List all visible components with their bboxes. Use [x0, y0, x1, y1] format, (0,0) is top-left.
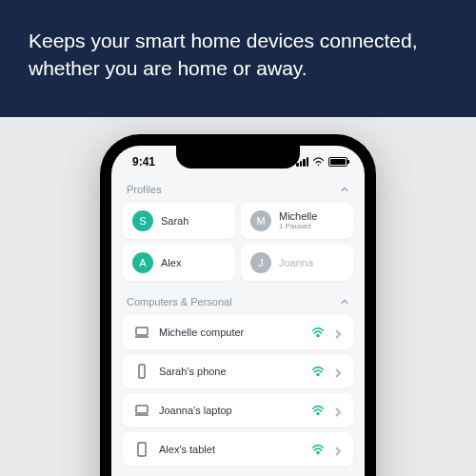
device-row[interactable]: Joanna's laptop — [123, 393, 353, 427]
wifi-icon — [311, 365, 325, 378]
computers-section-header[interactable]: Computers & Personal — [123, 290, 353, 315]
device-list: Michelle computer Sarah's phone — [123, 315, 353, 466]
profiles-section-header[interactable]: Profiles — [123, 178, 353, 203]
avatar: A — [132, 252, 153, 273]
profile-name: Joanna — [279, 257, 313, 268]
avatar: J — [250, 252, 271, 273]
app-content: Profiles S Sarah M Mic — [111, 172, 365, 476]
svg-rect-3 — [139, 365, 145, 378]
status-icons — [296, 157, 347, 167]
phone-frame: 9:41 Profiles — [100, 134, 376, 476]
svg-point-6 — [317, 412, 319, 414]
svg-point-2 — [317, 334, 319, 336]
device-name: Michelle computer — [159, 327, 302, 338]
wifi-icon — [311, 326, 325, 339]
computers-title: Computers & Personal — [127, 296, 232, 307]
svg-point-8 — [317, 451, 319, 453]
status-time: 9:41 — [132, 155, 155, 169]
battery-icon — [328, 157, 347, 167]
profile-card-michelle[interactable]: M Michelle 1 Paused — [241, 203, 353, 239]
profile-name: Michelle — [279, 210, 317, 222]
avatar: M — [250, 210, 271, 231]
chevron-up-icon — [340, 297, 349, 307]
svg-point-4 — [317, 373, 319, 375]
device-row[interactable]: Michelle computer — [123, 315, 353, 349]
profiles-grid: S Sarah M Michelle 1 Paused A — [123, 203, 353, 281]
profile-name: Sarah — [161, 215, 188, 227]
hero-text: Keeps your smart home devices connected,… — [29, 30, 418, 79]
profile-subtitle: 1 Paused — [279, 222, 317, 230]
device-row[interactable]: Sarah's phone — [123, 354, 353, 388]
entertainment-section-header[interactable]: Entertainment — [123, 472, 353, 476]
hero-banner: Keeps your smart home devices connected,… — [0, 0, 476, 117]
profile-card-joanna[interactable]: J Joanna — [241, 245, 353, 281]
chevron-right-icon — [334, 366, 342, 377]
phone-notch — [176, 146, 300, 169]
svg-point-0 — [318, 164, 320, 166]
wifi-icon — [311, 404, 325, 417]
wifi-status-icon — [312, 157, 325, 167]
profile-card-alex[interactable]: A Alex — [123, 245, 235, 281]
chevron-right-icon — [334, 327, 342, 338]
phone-screen: 9:41 Profiles — [111, 146, 365, 476]
profile-card-sarah[interactable]: S Sarah — [123, 203, 235, 239]
chevron-up-icon — [340, 185, 349, 194]
laptop-icon — [134, 325, 149, 340]
profiles-title: Profiles — [127, 184, 162, 195]
tablet-icon — [134, 442, 149, 457]
device-name: Joanna's laptop — [159, 405, 302, 416]
phone-icon — [134, 364, 149, 379]
phone-mockup-area: 9:41 Profiles — [0, 117, 476, 476]
svg-rect-5 — [136, 406, 148, 413]
avatar: S — [132, 210, 153, 231]
device-name: Sarah's phone — [159, 366, 302, 377]
device-row[interactable]: Alex's tablet — [123, 432, 353, 466]
svg-rect-1 — [136, 327, 148, 335]
device-name: Alex's tablet — [159, 444, 302, 455]
profile-name: Alex — [161, 257, 181, 268]
laptop-icon — [134, 403, 149, 418]
chevron-right-icon — [334, 405, 342, 416]
svg-rect-7 — [138, 443, 146, 456]
chevron-right-icon — [334, 444, 342, 455]
wifi-icon — [311, 443, 325, 456]
